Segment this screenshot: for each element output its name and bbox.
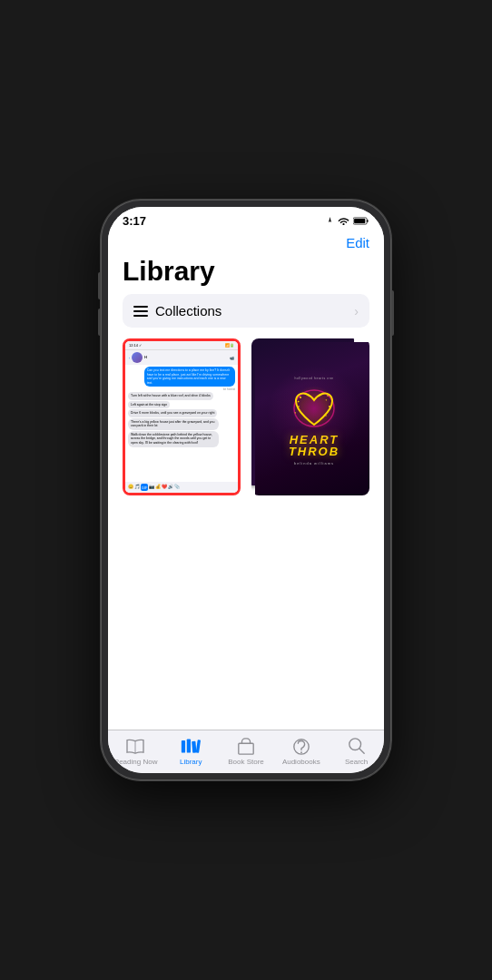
- edit-button[interactable]: Edit: [346, 235, 369, 250]
- collections-left: Collections: [133, 303, 221, 318]
- svg-line-24: [359, 749, 363, 753]
- volume-up-button[interactable]: [98, 272, 101, 299]
- page-title: Library: [108, 256, 384, 294]
- wifi-icon: [338, 217, 349, 225]
- book-store-label: Book Store: [228, 758, 264, 766]
- library-label: Library: [180, 758, 202, 766]
- book-screenshot: 12:14 ✓ 📶🔋 ‹ H 📹: [123, 338, 241, 495]
- collections-label: Collections: [155, 303, 221, 318]
- nav-reading-now[interactable]: Reading Now: [108, 736, 163, 766]
- svg-rect-18: [192, 741, 196, 753]
- chevron-right-icon: ›: [354, 304, 359, 318]
- svg-rect-2: [354, 219, 365, 223]
- power-button[interactable]: [391, 290, 394, 336]
- reading-now-icon: [125, 736, 145, 756]
- imessage-screen: 12:14 ✓ 📶🔋 ‹ H 📹: [125, 341, 238, 493]
- volume-down-button[interactable]: [98, 309, 101, 336]
- bottom-nav: Reading Now Library: [108, 730, 384, 773]
- svg-point-7: [329, 406, 330, 407]
- svg-point-6: [298, 406, 300, 407]
- svg-rect-17: [187, 739, 191, 752]
- title-line1: HEART: [289, 434, 339, 446]
- book-item-1[interactable]: 12:14 ✓ 📶🔋 ‹ H 📹: [123, 338, 241, 701]
- books-grid: 12:14 ✓ 📶🔋 ‹ H 📹: [108, 338, 384, 701]
- location-icon: [326, 217, 334, 225]
- svg-rect-19: [196, 740, 201, 753]
- audiobooks-icon: [291, 736, 311, 756]
- library-icon: [181, 736, 201, 756]
- nav-library[interactable]: Library: [163, 736, 219, 766]
- book-cover-heart-throb: hollywood hearts two hollywood hearts on…: [251, 338, 369, 495]
- search-icon: [347, 736, 367, 756]
- svg-rect-1: [367, 220, 368, 222]
- svg-rect-20: [239, 743, 253, 754]
- search-label: Search: [345, 758, 368, 766]
- heart-icon: ✦ ✦ ✦: [291, 387, 337, 430]
- phone-screen: 3:17 Edit: [108, 207, 384, 773]
- audiobooks-label: Audiobooks: [282, 758, 320, 766]
- svg-text:✦: ✦: [325, 398, 328, 402]
- phone-frame: 3:17 Edit: [101, 200, 391, 780]
- status-bar: 3:17: [108, 207, 384, 231]
- nav-audiobooks[interactable]: Audiobooks: [273, 736, 329, 766]
- svg-text:✦: ✦: [294, 411, 297, 415]
- store-icon: [236, 736, 256, 756]
- svg-point-11: [325, 415, 326, 416]
- book-item-2[interactable]: hollywood hearts two hollywood hearts on…: [251, 338, 369, 701]
- status-icons: [326, 217, 369, 225]
- svg-point-8: [306, 394, 307, 395]
- nav-book-store[interactable]: Book Store: [219, 736, 274, 766]
- svg-text:✦: ✦: [297, 399, 300, 404]
- header: Edit: [108, 231, 384, 256]
- reading-now-label: Reading Now: [113, 758, 157, 766]
- book-author: belinda williams: [294, 461, 334, 466]
- hamburger-icon: [133, 306, 148, 317]
- title-line2: THROB: [289, 446, 339, 457]
- book-title: HEART THROB: [289, 434, 339, 457]
- svg-point-10: [302, 414, 303, 415]
- svg-point-4: [300, 397, 301, 398]
- heart-graphic: ✦ ✦ ✦: [290, 384, 339, 434]
- time-display: 3:17: [123, 214, 146, 228]
- svg-point-5: [327, 395, 329, 397]
- svg-point-22: [300, 751, 302, 753]
- battery-icon: [353, 217, 369, 225]
- collections-row[interactable]: Collections ›: [123, 294, 369, 328]
- app-content: Edit Library Collections ›: [108, 231, 384, 730]
- svg-point-9: [323, 393, 324, 394]
- nav-search[interactable]: Search: [329, 736, 384, 766]
- svg-rect-16: [182, 740, 185, 753]
- front-book-series: hollywood hearts one: [294, 377, 333, 380]
